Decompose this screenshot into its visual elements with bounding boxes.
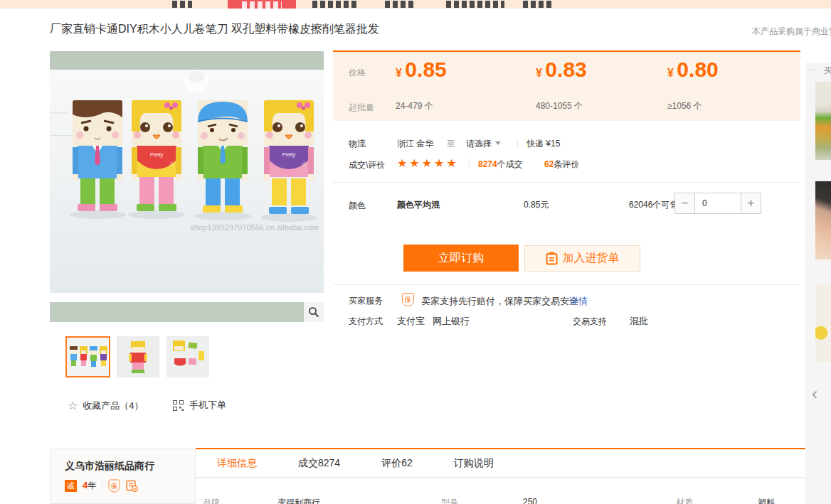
deal-count-link[interactable]: 8274个成交 bbox=[478, 159, 523, 171]
svg-text:☆: ☆ bbox=[301, 160, 307, 168]
favorite-product[interactable]: ☆ 收藏产品（4） bbox=[68, 399, 144, 412]
spec-label: 型号 bbox=[441, 497, 458, 504]
moq-tier-2: 480-1055 个 bbox=[536, 100, 583, 112]
thumbnail-1-image bbox=[67, 338, 109, 376]
star-outline-icon: ☆ bbox=[68, 399, 78, 412]
add-to-cart-label: 加入进货单 bbox=[563, 251, 620, 266]
tab-deals[interactable]: 成交8274 bbox=[298, 457, 340, 470]
trade-support-value: 混批 bbox=[630, 315, 648, 328]
main-product-image[interactable]: Pretty ☆ bbox=[50, 51, 324, 293]
guarantee-shield-icon: 保 bbox=[109, 479, 120, 492]
page-title: 厂家直销卡通DIY积木小人儿卷笔刀 双孔塑料带橡皮擦削笔器批发 bbox=[50, 22, 379, 37]
color-label: 颜色 bbox=[349, 200, 366, 212]
carousel-prev-icon[interactable]: ‹ bbox=[812, 384, 817, 404]
related-product-image[interactable] bbox=[815, 284, 831, 363]
spec-label: 品牌 bbox=[203, 497, 220, 504]
detail-tab-bar: 详细信息 成交8274 评价62 订购说明 bbox=[196, 448, 831, 478]
mobile-order[interactable]: 手机下单 bbox=[173, 399, 226, 412]
price-tier-1: ¥ 0.85 bbox=[396, 58, 447, 82]
divider-line bbox=[333, 182, 800, 183]
favorite-label: 收藏产品（4） bbox=[83, 400, 143, 412]
image-zoom-bar bbox=[50, 302, 324, 322]
moq-label: 起批量 bbox=[349, 102, 374, 114]
review-label: 成交\评价 bbox=[349, 159, 385, 171]
thumbnail-3-image bbox=[167, 337, 208, 377]
express-fee: 快递 ¥15 bbox=[526, 138, 560, 150]
price-panel: 价格 起批量 ¥ 0.85 ¥ 0.83 ¥ 0.80 24-479 个 480… bbox=[333, 50, 800, 121]
related-product-image[interactable] bbox=[815, 82, 831, 160]
nav-item[interactable] bbox=[446, 1, 504, 8]
related-product-image[interactable] bbox=[815, 181, 831, 259]
chengxintong-badge-icon: 诚 bbox=[65, 480, 77, 492]
destination-select[interactable]: 请选择 bbox=[466, 138, 501, 150]
certificate-icon bbox=[126, 480, 138, 492]
purchase-notice: 本产品采购属于商业贸 bbox=[752, 26, 831, 38]
divider-line bbox=[333, 284, 800, 285]
spec-value: 变得利商行 bbox=[277, 497, 320, 504]
chevron-down-icon bbox=[495, 141, 501, 145]
divider: | bbox=[462, 158, 476, 168]
thumbnail-2-image bbox=[117, 337, 159, 377]
quantity-input[interactable] bbox=[695, 193, 741, 213]
tab-reviews[interactable]: 评价62 bbox=[381, 457, 413, 470]
spec-label: 材质 bbox=[676, 497, 693, 504]
sku-stock: 62046个可售 bbox=[629, 199, 678, 211]
quantity-stepper: − + bbox=[674, 193, 761, 214]
order-now-button[interactable]: 立即订购 bbox=[403, 245, 519, 272]
product-photo: Pretty ☆ bbox=[50, 51, 324, 293]
quantity-minus-button[interactable]: − bbox=[675, 193, 695, 213]
photo-watermark: shop1393297070556.cn.alibaba.com bbox=[191, 223, 319, 232]
nav-item[interactable] bbox=[172, 1, 192, 8]
seller-panel: 义乌市浩丽纸品商行 诚 4年 保 bbox=[50, 449, 196, 504]
mobile-order-label: 手机下单 bbox=[189, 399, 226, 412]
to-label: 至 bbox=[447, 138, 455, 150]
origin-location: 浙江 金华 bbox=[397, 138, 433, 150]
magnifier-button[interactable] bbox=[304, 302, 324, 322]
nav-item[interactable] bbox=[523, 1, 553, 8]
spec-value: 塑料 bbox=[758, 497, 775, 504]
quantity-plus-button[interactable]: + bbox=[741, 193, 761, 213]
moq-tier-1: 24-479 个 bbox=[396, 100, 433, 112]
top-navigation bbox=[0, 0, 831, 9]
rating-stars: ★★★★★ bbox=[397, 156, 459, 170]
thumbnail-2[interactable] bbox=[117, 336, 159, 377]
magnifier-icon bbox=[308, 306, 319, 318]
service-detail-link[interactable]: 详情 bbox=[569, 295, 588, 308]
thumbnail-1-selected[interactable] bbox=[65, 336, 110, 377]
price-tier-2: ¥ 0.83 bbox=[536, 58, 587, 82]
svg-text:☆: ☆ bbox=[169, 160, 175, 168]
trade-support-label: 交易支持 bbox=[573, 316, 607, 328]
thumbnail-3[interactable] bbox=[166, 336, 209, 377]
seller-badges: 诚 4年 保 bbox=[65, 479, 138, 493]
nav-item[interactable] bbox=[312, 1, 356, 8]
divider bbox=[102, 481, 102, 491]
service-text: 卖家支持先行赔付，保障买家交易安全 bbox=[421, 295, 578, 308]
sku-price: 0.85元 bbox=[524, 199, 549, 211]
panel-header-partial: 买 bbox=[824, 65, 831, 77]
pay-method-netbank[interactable]: 网上银行 bbox=[433, 315, 470, 328]
pay-method-alipay[interactable]: 支付宝 bbox=[397, 315, 425, 328]
payment-label: 支付方式 bbox=[349, 316, 383, 328]
clipboard-icon bbox=[546, 252, 558, 265]
nav-item-label bbox=[242, 1, 282, 9]
product-page: 厂家直销卡通DIY积木小人儿卷笔刀 双孔塑料带橡皮擦削笔器批发 本产品采购属于商… bbox=[0, 0, 831, 504]
svg-text:Pretty: Pretty bbox=[282, 152, 296, 158]
svg-text:Pretty: Pretty bbox=[150, 152, 164, 158]
nav-item[interactable] bbox=[385, 1, 415, 8]
price-tier-3: ¥ 0.80 bbox=[667, 58, 719, 82]
logistics-label: 物流 bbox=[349, 138, 366, 150]
nav-item-active[interactable] bbox=[228, 0, 296, 9]
divider: | bbox=[511, 138, 524, 148]
price-label: 价格 bbox=[349, 67, 366, 79]
related-products-panel: 买 ‹ bbox=[805, 63, 831, 504]
tab-detail-info[interactable]: 详细信息 bbox=[217, 457, 257, 470]
add-to-cart-button[interactable]: 加入进货单 bbox=[524, 245, 640, 272]
sku-name: 颜色平均混 bbox=[397, 199, 440, 211]
seller-years: 4年 bbox=[83, 480, 96, 492]
guarantee-shield-icon: 保 bbox=[402, 293, 414, 306]
panel-header-dash bbox=[808, 70, 819, 70]
review-count-link[interactable]: 62条评价 bbox=[544, 159, 579, 171]
seller-name[interactable]: 义乌市浩丽纸品商行 bbox=[65, 460, 154, 473]
buyer-service-label: 买家服务 bbox=[349, 295, 383, 307]
tab-ordering-info[interactable]: 订购说明 bbox=[454, 457, 494, 470]
